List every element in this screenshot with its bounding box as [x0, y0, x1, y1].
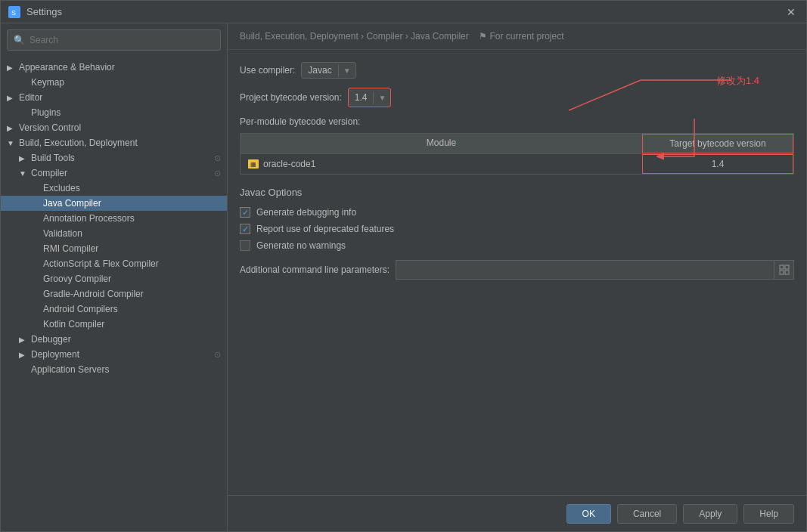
col-module-header: Module — [241, 134, 642, 153]
table-header: Module Target bytecode version — [241, 134, 793, 154]
arrow-icon: ▼ — [7, 139, 17, 147]
bytecode-version-select[interactable]: 1.4 ▼ — [348, 88, 392, 107]
close-button[interactable]: ✕ — [784, 5, 799, 20]
module-icon: ▦ — [248, 159, 259, 169]
arrow-icon — [31, 305, 42, 314]
arrow-icon: ▶ — [7, 63, 17, 72]
nav-tree: ▶ Appearance & Behavior Keymap ▶ Editor … — [1, 57, 227, 531]
cmd-params-row: Additional command line parameters: — [240, 260, 794, 280]
per-module-row: Per-module bytecode version: — [240, 116, 794, 127]
arrow-icon — [31, 245, 42, 253]
arrow-icon — [31, 290, 42, 298]
cancel-button[interactable]: Cancel — [617, 504, 677, 524]
svg-rect-4 — [780, 265, 784, 269]
main-layout: 🔍 ▶ Appearance & Behavior Keymap ▶ Edito… — [1, 23, 806, 531]
sidebar-item-gradle-android[interactable]: Gradle-Android Compiler — [1, 286, 227, 302]
arrow-icon — [31, 320, 42, 329]
sidebar-item-label: Validation — [43, 228, 82, 239]
version-cell[interactable]: 1.4 — [642, 154, 793, 174]
sidebar-item-kotlin-compiler[interactable]: Kotlin Compiler — [1, 317, 227, 332]
svg-text:S: S — [11, 9, 16, 17]
svg-rect-5 — [785, 265, 789, 269]
sidebar-item-label: Version Control — [19, 122, 81, 133]
sidebar-item-excludes[interactable]: Excludes — [1, 181, 227, 196]
arrow-icon — [31, 260, 42, 268]
version-dropdown-arrow[interactable]: ▼ — [373, 91, 390, 104]
javac-options-section: Javac Options ✓ Generate debugging info … — [240, 187, 794, 280]
sidebar-item-label: Build Tools — [31, 153, 75, 163]
search-input[interactable] — [29, 35, 214, 45]
arrow-icon: ▶ — [7, 124, 17, 132]
checkmark-icon: ✓ — [242, 224, 249, 234]
checkbox-row-deprecated: ✓ Report use of deprecated features — [240, 224, 794, 234]
main-panel: Build, Execution, Deployment › Compiler … — [228, 23, 806, 531]
sidebar-item-appearance[interactable]: ▶ Appearance & Behavior — [1, 60, 227, 75]
cmd-input[interactable] — [396, 260, 774, 280]
sidebar-item-android-compilers[interactable]: Android Compilers — [1, 302, 227, 317]
sidebar-item-validation[interactable]: Validation — [1, 226, 227, 241]
sidebar-item-editor[interactable]: ▶ Editor — [1, 90, 227, 105]
sidebar-item-build-execution[interactable]: ▼ Build, Execution, Deployment — [1, 135, 227, 150]
compiler-select[interactable]: Javac ▼ — [301, 62, 355, 79]
per-module-table: Module Target bytecode version ▦ oracle-… — [240, 133, 794, 175]
sidebar-item-label: Application Servers — [31, 364, 109, 375]
sidebar-item-label: Groovy Compiler — [43, 274, 111, 284]
sidebar-item-deployment[interactable]: ▶ Deployment ⊙ — [1, 347, 227, 362]
compiler-dropdown-arrow[interactable]: ▼ — [338, 64, 355, 77]
col-version-header: Target bytecode version — [642, 134, 793, 153]
sidebar-item-compiler[interactable]: ▼ Compiler ⊙ — [1, 165, 227, 181]
sidebar-item-label: Appearance & Behavior — [19, 62, 115, 73]
sidebar-item-actionscript-compiler[interactable]: ActionScript & Flex Compiler — [1, 256, 227, 271]
arrow-icon: ▶ — [19, 351, 29, 359]
sidebar-item-label: Android Compilers — [43, 304, 118, 314]
sidebar-item-label: ActionScript & Flex Compiler — [43, 258, 159, 269]
sidebar-item-groovy-compiler[interactable]: Groovy Compiler — [1, 271, 227, 286]
checkbox-no-warnings[interactable]: ✓ — [240, 240, 250, 251]
help-button[interactable]: Help — [743, 504, 794, 524]
checkmark-icon: ✓ — [242, 208, 249, 218]
checkbox-debug-label: Generate debugging info — [256, 207, 356, 218]
search-box[interactable]: 🔍 — [7, 29, 221, 51]
sidebar-item-build-tools[interactable]: ▶ Build Tools ⊙ — [1, 150, 227, 165]
sidebar-item-version-control[interactable]: ▶ Version Control — [1, 120, 227, 135]
sidebar-item-plugins[interactable]: Plugins — [1, 105, 227, 120]
expand-icon — [779, 264, 790, 275]
cmd-icon-button[interactable] — [774, 260, 794, 280]
annotation-arrow — [565, 73, 731, 118]
sidebar-item-application-servers[interactable]: Application Servers — [1, 362, 227, 377]
svg-rect-7 — [785, 271, 789, 274]
sidebar: 🔍 ▶ Appearance & Behavior Keymap ▶ Edito… — [1, 23, 228, 531]
sidebar-item-label: Java Compiler — [43, 198, 101, 209]
sidebar-item-keymap[interactable]: Keymap — [1, 75, 227, 90]
checkbox-debug-info[interactable]: ✓ — [240, 207, 250, 218]
per-module-label: Per-module bytecode version: — [240, 116, 360, 127]
javac-options-title: Javac Options — [240, 187, 794, 198]
checkbox-row-no-warnings: ✓ Generate no warnings — [240, 240, 794, 251]
sidebar-item-java-compiler[interactable]: Java Compiler — [1, 196, 227, 211]
breadcrumb-path: Build, Execution, Deployment › Compiler … — [240, 31, 469, 42]
titlebar: S Settings ✕ — [1, 1, 806, 23]
arrow-icon — [31, 184, 42, 193]
arrow-icon — [31, 230, 42, 238]
checkbox-no-warnings-label: Generate no warnings — [256, 240, 346, 251]
ok-button[interactable]: OK — [566, 504, 611, 524]
compiler-value: Javac — [302, 63, 337, 78]
sidebar-item-debugger[interactable]: ▶ Debugger — [1, 332, 227, 347]
arrow-icon — [19, 79, 29, 87]
sidebar-item-label: Plugins — [31, 107, 61, 118]
checkbox-deprecated[interactable]: ✓ — [240, 224, 250, 234]
sidebar-item-annotation-processors[interactable]: Annotation Processors — [1, 211, 227, 226]
use-compiler-label: Use compiler: — [240, 65, 295, 76]
cmd-label: Additional command line parameters: — [240, 264, 390, 275]
svg-rect-6 — [780, 271, 784, 274]
bytecode-version-value: 1.4 — [349, 90, 374, 105]
search-icon: 🔍 — [14, 35, 25, 45]
bytecode-version-label: Project bytecode version: — [240, 92, 342, 103]
footer: OK Cancel Apply Help — [228, 495, 806, 531]
sidebar-item-label: Deployment — [31, 349, 79, 360]
settings-content: Use compiler: Javac ▼ Project bytecode v… — [228, 50, 806, 495]
sidebar-item-rmi-compiler[interactable]: RMI Compiler — [1, 241, 227, 256]
apply-button[interactable]: Apply — [683, 504, 737, 524]
arrow-icon: ▶ — [19, 336, 29, 344]
arrow-icon — [19, 366, 29, 374]
